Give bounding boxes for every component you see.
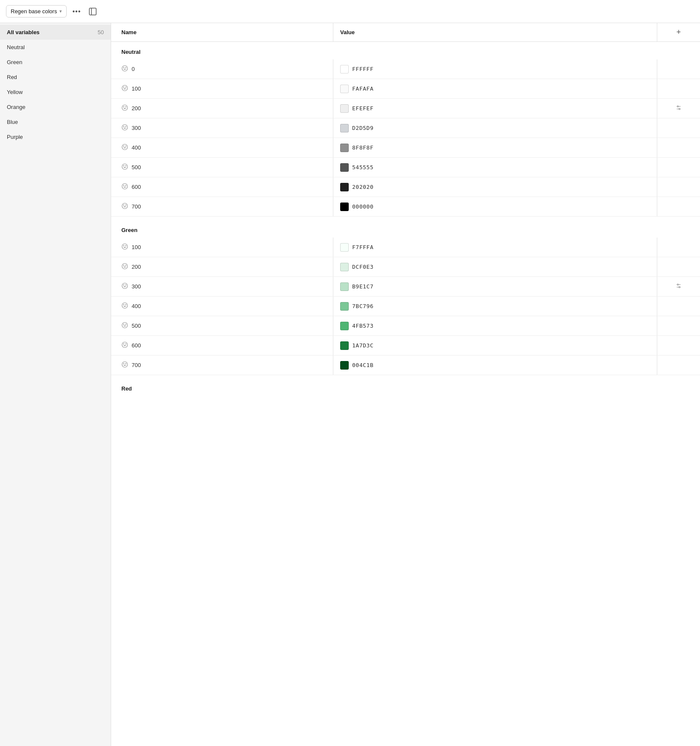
cell-value[interactable]: 004C1B	[333, 355, 657, 375]
table-row[interactable]: 500 4FB573	[111, 316, 700, 336]
color-swatch	[340, 85, 349, 93]
sections-container: Neutral 0 FFFFFF 100 FAFAFA 200	[111, 42, 700, 396]
cell-action	[657, 355, 700, 375]
cell-value[interactable]: FFFFFF	[333, 59, 657, 79]
col-header-value: Value	[333, 23, 657, 41]
cell-value[interactable]: 1A7D3C	[333, 336, 657, 355]
color-hex: 202020	[352, 184, 374, 190]
color-swatch	[340, 144, 349, 152]
cell-action	[657, 118, 700, 138]
cell-value[interactable]: 4FB573	[333, 316, 657, 335]
sidebar-item-yellow[interactable]: Yellow	[0, 85, 111, 100]
col-header-actions: +	[657, 23, 700, 41]
cell-action	[657, 79, 700, 98]
color-hex: FFFFFF	[352, 66, 374, 72]
cell-name: 300	[111, 277, 333, 296]
table-row[interactable]: 100 FAFAFA	[111, 79, 700, 99]
all-variables-count: 50	[98, 29, 104, 35]
cell-value[interactable]: FAFAFA	[333, 79, 657, 98]
sidebar-all-variables[interactable]: All variables 50	[0, 25, 111, 40]
table-row[interactable]: 300 D2D5D9	[111, 118, 700, 138]
cell-value[interactable]: 000000	[333, 197, 657, 216]
var-name: 600	[132, 342, 141, 349]
svg-point-17	[679, 109, 680, 110]
color-hex: 545555	[352, 164, 374, 170]
cell-action	[657, 316, 700, 335]
cell-value[interactable]: EFEFEF	[333, 99, 657, 118]
cell-value[interactable]: D2D5D9	[333, 118, 657, 138]
sidebar-item-orange[interactable]: Orange	[0, 100, 111, 115]
palette-icon	[121, 322, 128, 330]
table-row[interactable]: 100 F7FFFA	[111, 238, 700, 257]
table-row[interactable]: 700 004C1B	[111, 355, 700, 375]
svg-point-68	[125, 363, 126, 364]
cell-value[interactable]: 545555	[333, 158, 657, 177]
svg-point-6	[122, 85, 128, 91]
var-name: 700	[132, 203, 141, 210]
palette-icon	[121, 144, 128, 152]
sidebar-item-neutral[interactable]: Neutral	[0, 40, 111, 55]
color-swatch	[340, 124, 349, 132]
cell-value[interactable]: DCF0E3	[333, 257, 657, 276]
sidebar-item-red[interactable]: Red	[0, 70, 111, 85]
color-swatch	[340, 104, 349, 113]
adjust-icon[interactable]	[676, 105, 682, 112]
color-hex: 8F8F8F	[352, 144, 374, 151]
table-row[interactable]: 700 000000	[111, 197, 700, 217]
table-row[interactable]: 600 1A7D3C	[111, 336, 700, 355]
app-container: Regen base colors ▾ ••• All variables 50…	[0, 0, 700, 746]
add-variable-button[interactable]: +	[674, 27, 684, 38]
svg-point-8	[125, 87, 126, 88]
var-name: 200	[132, 264, 141, 270]
color-hex: 1A7D3C	[352, 342, 374, 349]
svg-point-2	[122, 66, 128, 71]
palette-icon	[121, 302, 128, 310]
palette-icon	[121, 163, 128, 171]
table-row[interactable]: 200 EFEFEF	[111, 99, 700, 118]
svg-point-31	[123, 185, 124, 186]
var-name: 300	[132, 283, 141, 290]
cell-value[interactable]: F7FFFA	[333, 238, 657, 257]
cell-value[interactable]: 7BC796	[333, 297, 657, 316]
svg-point-64	[125, 344, 126, 344]
color-swatch	[340, 322, 349, 330]
svg-point-20	[125, 126, 126, 127]
cell-value[interactable]: B9E1C7	[333, 277, 657, 296]
sidebar-item-blue[interactable]: Blue	[0, 115, 111, 129]
svg-point-63	[123, 344, 124, 344]
sidebar-item-green[interactable]: Green	[0, 55, 111, 70]
color-hex: FAFAFA	[352, 85, 374, 92]
svg-point-39	[123, 245, 124, 246]
svg-point-67	[123, 363, 124, 364]
table-row[interactable]: 300 B9E1C7	[111, 277, 700, 297]
svg-point-35	[123, 205, 124, 206]
table-row[interactable]: 400 7BC796	[111, 297, 700, 316]
cell-value[interactable]: 202020	[333, 177, 657, 197]
more-options-button[interactable]: •••	[70, 5, 83, 18]
section-header-green: Green	[111, 220, 700, 238]
cell-action	[657, 257, 700, 276]
collection-dropdown[interactable]: Regen base colors ▾	[6, 5, 67, 18]
color-swatch	[340, 203, 349, 211]
svg-point-60	[125, 324, 126, 325]
svg-point-36	[125, 205, 126, 206]
var-name: 100	[132, 85, 141, 92]
svg-point-3	[123, 67, 124, 68]
table-row[interactable]: 400 8F8F8F	[111, 138, 700, 158]
cell-name: 600	[111, 177, 333, 197]
color-swatch	[340, 263, 349, 271]
collection-dropdown-label: Regen base colors	[11, 8, 57, 15]
section-green: Green 100 F7FFFA 200 DCF0E3 300	[111, 220, 700, 375]
panel-toggle-button[interactable]	[86, 5, 99, 18]
table-row[interactable]: 600 202020	[111, 177, 700, 197]
svg-point-12	[125, 106, 126, 107]
sidebar-item-purple[interactable]: Purple	[0, 129, 111, 144]
table-row[interactable]: 0 FFFFFF	[111, 59, 700, 79]
adjust-icon[interactable]	[676, 283, 682, 290]
table-row[interactable]: 500 545555	[111, 158, 700, 177]
cell-name: 200	[111, 257, 333, 276]
table-row[interactable]: 200 DCF0E3	[111, 257, 700, 277]
all-variables-label: All variables	[7, 29, 40, 35]
cell-value[interactable]: 8F8F8F	[333, 138, 657, 157]
cell-action	[657, 59, 700, 79]
